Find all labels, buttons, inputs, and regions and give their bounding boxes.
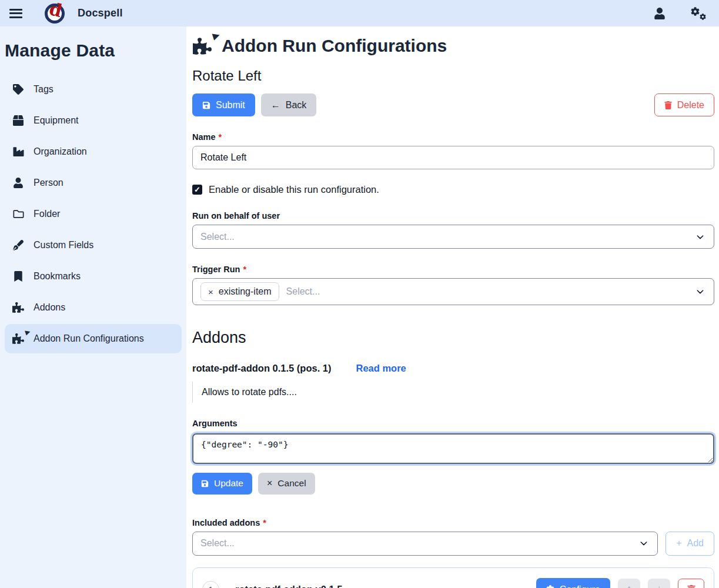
check-icon: ✓ — [194, 185, 200, 194]
addon-position-badge: 1 — [202, 581, 219, 588]
page-title-text: Addon Run Configurations — [222, 36, 447, 56]
chevron-down-icon — [695, 232, 705, 242]
plus-icon: + — [676, 539, 681, 548]
sidebar-item-folder[interactable]: Folder — [5, 199, 182, 229]
arguments-textarea[interactable]: {"degree": "-90"} — [192, 433, 714, 464]
enable-checkbox[interactable]: ✓ — [192, 185, 202, 195]
toolbar: Submit ← Back Delete — [192, 93, 714, 116]
sidebar-item-label: Equipment — [34, 115, 79, 126]
add-addon-button[interactable]: + Add — [666, 532, 714, 556]
sidebar-item-addon-run-configurations[interactable]: ▶ Addon Run Configurations — [5, 324, 182, 353]
move-down-button[interactable]: ↓ — [648, 579, 670, 588]
chevron-down-icon — [639, 539, 648, 548]
cancel-x-icon: × — [267, 479, 272, 488]
play-overlay-icon: ▶ — [212, 29, 220, 41]
puzzle-icon — [12, 302, 25, 313]
update-button-label: Update — [214, 478, 243, 489]
required-marker: * — [219, 132, 222, 142]
included-addons-label: Included addons * — [192, 518, 714, 527]
trigger-run-select[interactable]: × existing-item Select... — [192, 278, 714, 305]
sidebar-item-label: Folder — [34, 209, 60, 219]
cancel-button-label: Cancel — [277, 478, 306, 489]
chip-label: existing-item — [219, 286, 272, 297]
included-addon-name: rotate-pdf-addon v0.1.5 — [235, 584, 342, 588]
select-placeholder: Select... — [200, 538, 235, 549]
sidebar-item-label: Tags — [34, 84, 53, 95]
select-placeholder: Select... — [286, 286, 320, 297]
arguments-actions: Update × Cancel — [192, 473, 714, 495]
included-addons-row: Select... + Add — [192, 532, 714, 556]
sidebar-item-tags[interactable]: Tags — [5, 75, 182, 104]
required-marker: * — [263, 518, 266, 527]
page-title: ▶ Addon Run Configurations — [192, 36, 714, 56]
gear-icon — [546, 585, 554, 588]
factory-icon — [12, 146, 25, 157]
menu-hamburger-icon[interactable] — [9, 9, 22, 18]
back-button[interactable]: ← Back — [261, 93, 317, 116]
add-button-label: Add — [687, 538, 704, 549]
bookmark-icon — [12, 271, 25, 282]
enable-checkbox-label: Enable or disable this run configuration… — [209, 184, 379, 195]
save-icon — [201, 480, 209, 487]
logo-letter: d — [48, 0, 64, 20]
sidebar-item-equipment[interactable]: Equipment — [5, 106, 182, 135]
trash-icon — [687, 585, 695, 588]
run-on-behalf-select[interactable]: Select... — [192, 225, 714, 249]
sidebar-item-label: Person — [34, 178, 63, 188]
sidebar-item-label: Bookmarks — [34, 271, 81, 282]
sidebar-item-addons[interactable]: Addons — [5, 293, 182, 322]
arguments-label: Arguments — [192, 419, 714, 428]
remove-addon-button[interactable] — [678, 579, 704, 588]
folder-icon — [12, 209, 25, 219]
submit-button[interactable]: Submit — [192, 93, 255, 116]
move-up-button[interactable]: ↑ — [618, 579, 640, 588]
configure-button-label: Configure — [560, 584, 600, 588]
sidebar-item-person[interactable]: Person — [5, 168, 182, 198]
main-content: ▶ Addon Run Configurations Rotate Left S… — [186, 26, 719, 588]
trigger-run-label: Trigger Run * — [192, 265, 714, 274]
back-arrow-icon: ← — [271, 101, 280, 110]
config-name-subtitle: Rotate Left — [192, 68, 714, 84]
puzzle-run-icon: ▶ — [192, 38, 212, 55]
delete-button-label: Delete — [677, 99, 704, 111]
included-addon-card: 1 rotate-pdf-addon v0.1.5 Configure ↑ ↓ — [192, 567, 714, 588]
addon-name-version: rotate-pdf-addon 0.1.5 (pos. 1) — [192, 363, 332, 374]
settings-cogs-icon[interactable] — [691, 7, 706, 20]
included-addons-select[interactable]: Select... — [192, 532, 658, 556]
delete-button[interactable]: Delete — [654, 93, 714, 116]
tag-icon — [12, 84, 25, 95]
update-button[interactable]: Update — [192, 473, 252, 495]
trigger-chip-existing-item[interactable]: × existing-item — [200, 282, 279, 301]
addon-title-row: rotate-pdf-addon 0.1.5 (pos. 1) Read mor… — [192, 363, 714, 374]
sidebar: Manage Data Tags Equipment Organization … — [0, 26, 186, 588]
save-icon — [202, 101, 210, 109]
sidebar-item-organization[interactable]: Organization — [5, 137, 182, 166]
run-on-behalf-label: Run on behalf of user — [192, 211, 714, 220]
name-input[interactable] — [192, 146, 714, 169]
addon-card-actions: Configure ↑ ↓ — [536, 578, 704, 588]
down-arrow-icon: ↓ — [657, 583, 662, 588]
top-navbar: d Docspell — [0, 0, 719, 26]
remove-chip-icon[interactable]: × — [208, 287, 213, 297]
addon-description: Allows to rotate pdfs.... — [192, 382, 714, 403]
box-icon — [12, 115, 25, 126]
sidebar-item-custom-fields[interactable]: Custom Fields — [5, 230, 182, 260]
sidebar-item-label: Organization — [34, 146, 87, 157]
select-placeholder: Select... — [200, 232, 235, 242]
cancel-button[interactable]: × Cancel — [258, 473, 315, 495]
read-more-link[interactable]: Read more — [356, 363, 406, 374]
pen-icon — [12, 240, 25, 250]
sidebar-item-label: Custom Fields — [34, 240, 93, 250]
user-account-icon[interactable] — [654, 8, 665, 19]
enable-checkbox-row: ✓ Enable or disable this run configurati… — [192, 184, 714, 195]
configure-button[interactable]: Configure — [536, 578, 610, 588]
name-field-label: Name * — [192, 132, 714, 142]
up-arrow-icon: ↑ — [627, 583, 632, 588]
trash-icon — [664, 101, 672, 109]
docspell-logo[interactable]: d — [45, 4, 65, 24]
puzzle-run-icon: ▶ — [12, 333, 25, 344]
chevron-down-icon — [695, 287, 705, 296]
addons-section-heading: Addons — [192, 329, 714, 347]
submit-button-label: Submit — [216, 99, 245, 111]
sidebar-item-bookmarks[interactable]: Bookmarks — [5, 262, 182, 291]
